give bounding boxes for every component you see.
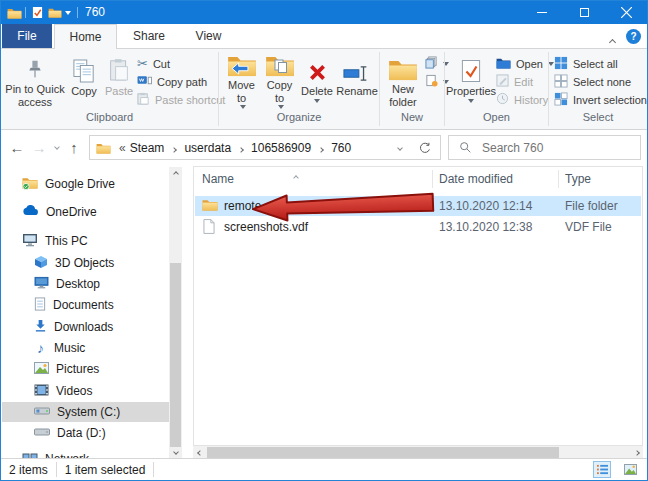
paste-shortcut-button[interactable]: Paste shortcut [137, 91, 225, 108]
data-drive-icon [34, 426, 50, 440]
new-item-icon [425, 74, 438, 89]
close-button[interactable] [605, 1, 647, 24]
breadcrumb-760[interactable]: 760 [329, 141, 353, 155]
sidebar-item-pictures[interactable]: Pictures [2, 359, 170, 379]
address-bar[interactable]: « Steam userdata 106586909 760 [89, 135, 441, 160]
separator [56, 462, 57, 477]
column-header-date-modified[interactable]: Date modified [439, 172, 513, 186]
paste-icon [109, 53, 129, 83]
column-header-type[interactable]: Type [565, 172, 591, 186]
dropdown-icon [314, 99, 320, 103]
sidebar-item-this-pc[interactable]: This PC [2, 231, 170, 251]
copy-button[interactable]: Copy [67, 51, 101, 109]
column-header-name[interactable]: Name [202, 172, 234, 186]
breadcrumb-overflow[interactable]: « [117, 141, 128, 155]
separator[interactable] [432, 170, 433, 188]
address-dropdown-icon[interactable] [398, 146, 402, 150]
maximize-button[interactable] [563, 1, 605, 24]
this-pc-icon [22, 233, 38, 250]
qat-new-folder-icon[interactable] [48, 5, 62, 20]
google-drive-icon [22, 176, 38, 193]
move-to-button[interactable]: Move to [223, 51, 260, 109]
rename-icon [343, 53, 371, 83]
group-label-open: Open [445, 111, 548, 123]
qat-dropdown-icon[interactable] [65, 5, 71, 20]
refresh-icon[interactable] [419, 142, 431, 154]
new-folder-button[interactable]: New folder [382, 51, 424, 109]
qat-properties-icon[interactable] [32, 5, 43, 20]
invert-selection-button[interactable]: Invert selection [554, 91, 647, 108]
sidebar-item-system-c[interactable]: System (C:) [2, 402, 170, 422]
title-bar: 760 [1, 1, 647, 24]
thumbnails-view-button[interactable] [621, 461, 639, 478]
select-all-button[interactable]: Select all [554, 55, 618, 72]
easy-access-button[interactable] [425, 55, 449, 72]
system-drive-icon [34, 405, 50, 419]
tab-view[interactable]: View [181, 24, 236, 48]
breadcrumb-separator-icon[interactable] [319, 141, 323, 155]
scroll-down-icon[interactable] [169, 445, 182, 458]
rename-button[interactable]: Rename [335, 51, 379, 109]
group-label-organize: Organize [219, 111, 379, 123]
sidebar-item-documents[interactable]: Documents [2, 295, 170, 315]
sidebar-scrollbar[interactable] [169, 167, 182, 458]
sort-ascending-icon [294, 169, 298, 183]
breadcrumb-userdata[interactable]: userdata [182, 141, 233, 155]
pin-to-quick-access-button[interactable]: Pin to Quick access [3, 51, 67, 109]
separator [153, 462, 154, 477]
up-button[interactable]: ↑ [64, 137, 84, 157]
sidebar-item-3d-objects[interactable]: 3D Objects [2, 253, 170, 273]
status-bar: 2 items 1 item selected [1, 458, 647, 480]
search-box[interactable] [448, 135, 641, 160]
forward-button[interactable]: → [29, 137, 49, 157]
dropdown-icon [468, 99, 474, 103]
help-button[interactable]: ? [626, 29, 641, 44]
sidebar-item-downloads[interactable]: Downloads [2, 317, 170, 337]
sidebar-item-music[interactable]: ♪ Music [2, 338, 170, 358]
minimize-button[interactable] [521, 1, 563, 24]
edit-button[interactable]: Edit [496, 73, 533, 90]
sidebar-item-videos[interactable]: Videos [2, 381, 170, 401]
back-button[interactable]: ← [7, 137, 27, 157]
history-button[interactable]: History [496, 91, 548, 108]
vdf-file-icon [203, 219, 215, 237]
file-type: VDF File [565, 220, 612, 234]
tab-home[interactable]: Home [54, 24, 117, 49]
delete-button[interactable]: Delete [299, 51, 335, 109]
recent-locations-button[interactable] [50, 137, 64, 157]
sidebar-item-google-drive[interactable]: Google Drive [2, 174, 170, 194]
search-input[interactable] [480, 140, 620, 156]
breadcrumb-separator-icon[interactable] [172, 141, 176, 155]
tab-share[interactable]: Share [119, 24, 179, 48]
select-none-button[interactable]: Select none [554, 73, 631, 90]
invert-selection-icon [554, 92, 568, 108]
paste-button[interactable]: Paste [102, 51, 136, 109]
window-title: 760 [85, 5, 105, 19]
sidebar-item-data-d[interactable]: Data (D:) [2, 423, 170, 443]
edit-icon [496, 74, 509, 89]
pictures-icon [34, 362, 49, 377]
tab-file[interactable]: File [2, 24, 52, 48]
properties-button[interactable]: Properties [447, 51, 495, 109]
minimize-ribbon-icon[interactable] [610, 34, 615, 48]
sidebar-item-network[interactable]: Network [2, 449, 170, 458]
copy-path-button[interactable]: Copy path [137, 73, 207, 90]
scroll-up-icon[interactable] [169, 167, 182, 180]
open-button[interactable]: Open [496, 55, 554, 72]
breadcrumb-separator-icon[interactable] [239, 141, 243, 155]
sidebar-item-onedrive[interactable]: OneDrive [2, 202, 170, 222]
explorer-window: 760 File Home Share View ? Pin to Quick … [0, 0, 648, 481]
details-view-button[interactable] [593, 461, 611, 478]
cut-button[interactable]: ✂ Cut [137, 55, 170, 72]
close-icon [621, 7, 632, 18]
sidebar-scrollbar-thumb[interactable] [170, 263, 181, 447]
copy-path-icon [137, 74, 152, 89]
copy-to-button[interactable]: Copy to [261, 51, 298, 109]
group-label-new: New [380, 111, 444, 123]
sidebar-item-desktop[interactable]: Desktop [2, 274, 170, 294]
separator[interactable] [558, 170, 559, 188]
horizontal-scrollbar-thumb[interactable] [207, 447, 559, 458]
downloads-icon [34, 319, 47, 335]
breadcrumb-steam[interactable]: Steam [128, 141, 167, 155]
breadcrumb-106586909[interactable]: 106586909 [249, 141, 313, 155]
